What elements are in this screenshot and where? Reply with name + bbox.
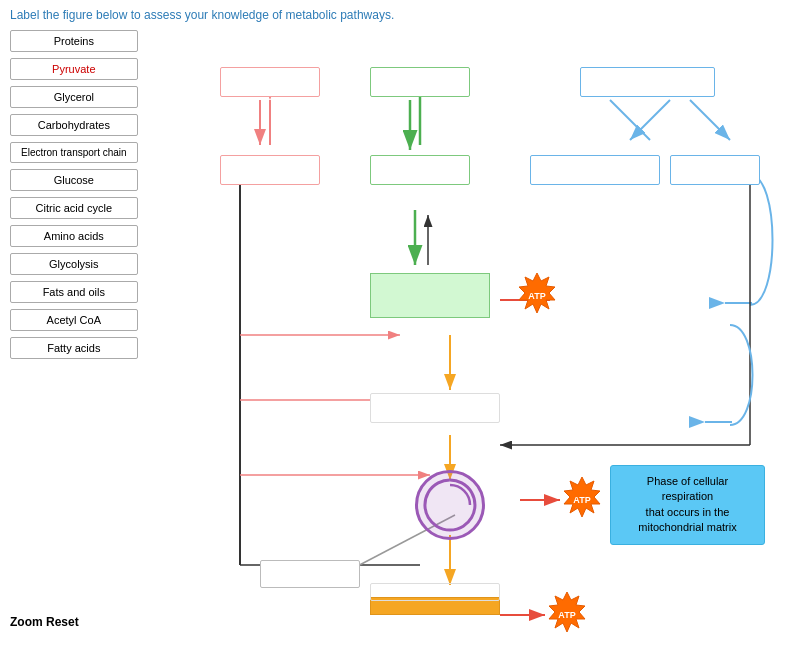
sidebar: Proteins Pyruvate Glycerol Carbohydrates… xyxy=(10,30,138,359)
blank-box-etc[interactable] xyxy=(370,583,500,601)
blank-box-row2-center[interactable] xyxy=(370,155,470,185)
svg-line-14 xyxy=(630,100,670,140)
atp-burst-3: ATP xyxy=(545,592,589,636)
svg-line-13 xyxy=(610,100,650,140)
glycolysis-box[interactable] xyxy=(370,273,490,318)
label-citric-acid[interactable]: Citric acid cycle xyxy=(10,197,138,219)
svg-text:ATP: ATP xyxy=(573,495,590,505)
label-glycerol[interactable]: Glycerol xyxy=(10,86,138,108)
blank-box-top-left[interactable] xyxy=(220,67,320,97)
zoom-reset[interactable]: Zoom Reset xyxy=(10,615,79,629)
instruction: Label the figure below to assess your kn… xyxy=(10,8,394,22)
label-electron-transport[interactable]: Electron transport chain xyxy=(10,142,138,163)
label-carbohydrates[interactable]: Carbohydrates xyxy=(10,114,138,136)
blank-box-top-center[interactable] xyxy=(370,67,470,97)
label-amino-acids[interactable]: Amino acids xyxy=(10,225,138,247)
blank-box-row2-right2[interactable] xyxy=(670,155,760,185)
label-glycolysis[interactable]: Glycolysis xyxy=(10,253,138,275)
label-proteins[interactable]: Proteins xyxy=(10,30,138,52)
blank-box-row2-right1[interactable] xyxy=(530,155,660,185)
info-box: Phase of cellular respiration that occur… xyxy=(610,465,765,545)
svg-text:ATP: ATP xyxy=(528,291,545,301)
label-fats-oils[interactable]: Fats and oils xyxy=(10,281,138,303)
blank-box-etc-input[interactable] xyxy=(260,560,360,588)
citric-acid-circle[interactable] xyxy=(415,470,485,540)
label-glucose[interactable]: Glucose xyxy=(10,169,138,191)
blank-box-acetyl-coa[interactable] xyxy=(370,393,500,423)
label-acetyl-coa[interactable]: Acetyl CoA xyxy=(10,309,138,331)
blank-box-top-right[interactable] xyxy=(580,67,715,97)
blank-box-row2-left[interactable] xyxy=(220,155,320,185)
svg-text:ATP: ATP xyxy=(558,610,575,620)
label-pyruvate[interactable]: Pyruvate xyxy=(10,58,138,80)
atp-burst-2: ATP xyxy=(560,477,604,521)
svg-line-15 xyxy=(690,100,730,140)
atp-burst-1: ATP xyxy=(515,273,559,317)
label-fatty-acids[interactable]: Fatty acids xyxy=(10,337,138,359)
